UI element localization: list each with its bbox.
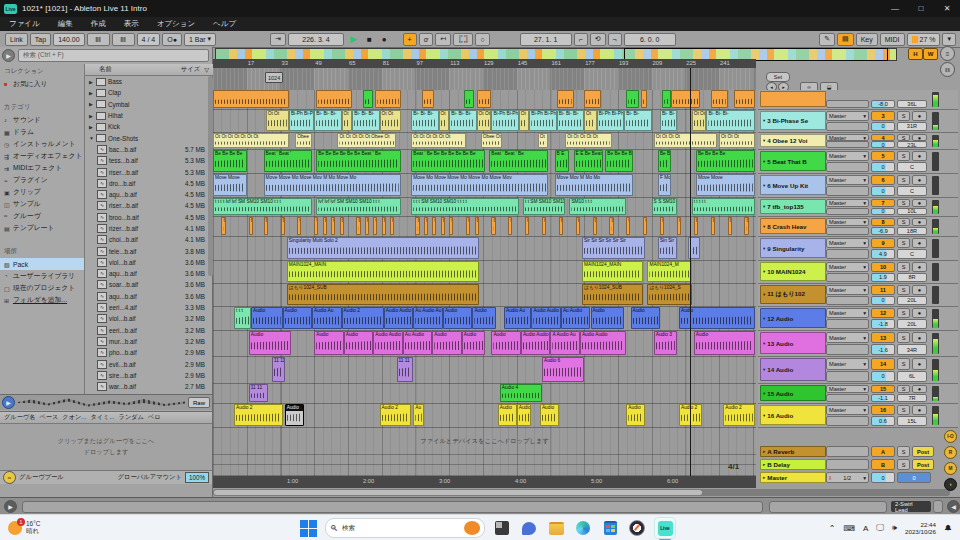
menu-item-オプション[interactable]: オプション: [148, 19, 204, 29]
solo-button[interactable]: S: [897, 332, 910, 343]
clip[interactable]: Audio: [631, 307, 661, 329]
solo-button[interactable]: S: [897, 262, 910, 272]
solo-button[interactable]: S: [897, 385, 910, 393]
clip[interactable]: C: [609, 217, 613, 235]
preview-waveform[interactable]: [18, 398, 185, 408]
track-name[interactable]: ▾15 Audio: [760, 385, 826, 401]
folder-row[interactable]: ▶Clap: [85, 87, 213, 98]
time-ruler[interactable]: 1:002:003:004:005:006:00: [213, 476, 756, 488]
track-activator[interactable]: 3: [871, 111, 895, 121]
clip[interactable]: Bi-Ph Bi-Ph: [289, 110, 314, 131]
file-row[interactable]: ∿aqu...b.aif3.6 MB: [85, 291, 213, 302]
clip[interactable]: Ot: [439, 110, 450, 131]
groove-pool-icon[interactable]: ≈: [3, 471, 16, 484]
clip[interactable]: Audio: [491, 331, 521, 355]
network-icon[interactable]: 🖵: [876, 523, 884, 533]
link-button[interactable]: Link: [5, 33, 28, 46]
output-selector[interactable]: Master▾: [826, 175, 869, 185]
filter-icon[interactable]: ▽: [200, 66, 213, 73]
taskbar-weather-widget[interactable]: 1 16°C 晴れ: [8, 520, 298, 536]
track-name[interactable]: ▸B Delay: [760, 459, 826, 470]
clip[interactable]: Bi- Bi- Bi-: [411, 110, 438, 131]
device-view-toggle-icon[interactable]: ◀: [947, 500, 960, 513]
loop-button[interactable]: ○: [475, 33, 489, 46]
clip[interactable]: [711, 90, 728, 108]
track-fold-icon[interactable]: ▾: [763, 292, 765, 297]
arm-button[interactable]: ●: [912, 199, 927, 207]
clip[interactable]: C: [744, 217, 748, 235]
clip[interactable]: Audio: [249, 331, 291, 355]
clip[interactable]: Move Move Mo Move Mov M Mo Move Mo: [264, 174, 401, 196]
clip[interactable]: [213, 90, 289, 108]
arm-button[interactable]: ●: [912, 285, 927, 295]
pan-value[interactable]: C: [897, 162, 927, 172]
clip[interactable]: Beat ' Beat ': [264, 150, 313, 172]
file-row[interactable]: ∿eeri...b.aif3.2 MB: [85, 325, 213, 336]
file-row[interactable]: ∿eeri...4.aif3.3 MB: [85, 302, 213, 313]
clip[interactable]: [375, 90, 400, 108]
track-name[interactable]: ▾8 Crash Heav: [760, 218, 826, 234]
time-signature-value[interactable]: 4 / 4: [137, 33, 161, 46]
clip[interactable]: Audio 2: [723, 404, 755, 426]
pan-value[interactable]: C: [897, 249, 927, 259]
midi-map-button[interactable]: MIDI: [880, 33, 905, 46]
output-selector[interactable]: Master▾: [826, 218, 869, 226]
output-selector[interactable]: Master▾: [826, 238, 869, 248]
file-row[interactable]: ∿bac...b.aif5.7 MB: [85, 144, 213, 155]
sidebar-item-プラグイン[interactable]: ⌁プラグイン: [0, 174, 84, 186]
clip[interactable]: Bi- Bi- Bi-: [706, 110, 755, 131]
clip[interactable]: Beat ' Beat ' Be: [489, 150, 548, 172]
clip[interactable]: 11 11: [249, 384, 268, 402]
clip[interactable]: [477, 90, 492, 108]
arm-button[interactable]: ●: [912, 238, 927, 248]
track-fold-icon[interactable]: ▾: [763, 367, 765, 372]
nudge-down-icon[interactable]: ‖‖: [87, 33, 110, 46]
output-selector[interactable]: Master▾: [826, 308, 869, 318]
file-row[interactable]: ∿dro...b.aif4.5 MB: [85, 178, 213, 189]
clip[interactable]: Sir Sir Sir Sir Sir Sir: [582, 237, 645, 259]
clip[interactable]: Ot Ot: [692, 110, 707, 131]
file-row[interactable]: ∿evil...b.aif2.9 MB: [85, 358, 213, 369]
solo-button[interactable]: S: [897, 199, 910, 207]
returns-toggle-button[interactable]: R: [944, 446, 957, 459]
clip[interactable]: Ot Ot Ot Ot: [654, 133, 717, 148]
clip[interactable]: Bi- Bi- Bi-: [352, 110, 379, 131]
browser-preview-icon[interactable]: ▶: [2, 49, 15, 62]
clip[interactable]: C: [626, 217, 630, 235]
clip[interactable]: Be Be: [658, 150, 671, 172]
clip[interactable]: C: [281, 217, 285, 235]
sidebar-item-グルーヴ[interactable]: ≈グルーヴ: [0, 210, 84, 222]
clip[interactable]: Ot: [519, 110, 530, 131]
solo-button[interactable]: S: [897, 459, 910, 470]
track-fold-icon[interactable]: ▸: [763, 462, 765, 467]
pan-value[interactable]: 20L: [897, 296, 927, 306]
file-row[interactable]: ∿broo...b.aif4.5 MB: [85, 212, 213, 223]
track-activator[interactable]: 4: [871, 134, 895, 141]
sidebar-item-お気に入り[interactable]: ■お気に入り: [0, 78, 84, 90]
name-column-header[interactable]: 名前: [85, 65, 112, 74]
track-fold-icon[interactable]: ▾: [763, 413, 765, 418]
clip[interactable]: Ot Ot: [266, 110, 289, 131]
file-explorer-icon[interactable]: [546, 518, 566, 538]
clip[interactable]: Audio 4: [500, 384, 542, 402]
track-name[interactable]: ▾6 Move Up Kit: [760, 175, 826, 195]
clip[interactable]: Ot Ot: [477, 110, 492, 131]
clip[interactable]: C: [728, 217, 732, 235]
clip[interactable]: Obee Ot: [481, 133, 502, 148]
file-row[interactable]: ∿tele...b.aif3.8 MB: [85, 245, 213, 256]
stop-button[interactable]: ■: [363, 34, 376, 45]
loop-start-value[interactable]: 27. 1. 1: [520, 33, 572, 46]
pan-value[interactable]: 8R: [897, 273, 927, 283]
master-volume-value[interactable]: 0: [871, 472, 895, 483]
track-name[interactable]: [760, 91, 826, 107]
clip[interactable]: Move Move: [213, 174, 247, 196]
clip[interactable]: C: [390, 217, 394, 235]
volume-value[interactable]: 0: [871, 186, 895, 196]
sidebar-item-テンプレート[interactable]: ▤テンプレート: [0, 222, 84, 234]
clip[interactable]: Audio: [344, 331, 374, 355]
clip[interactable]: F Mov N: [658, 174, 671, 196]
file-row[interactable]: ∿aqu...b.aif3.6 MB: [85, 268, 213, 279]
clip[interactable]: t t t t t: [692, 198, 755, 215]
pan-value[interactable]: 23L: [897, 141, 927, 148]
track-name[interactable]: ▾10 MAIN1024: [760, 262, 826, 281]
